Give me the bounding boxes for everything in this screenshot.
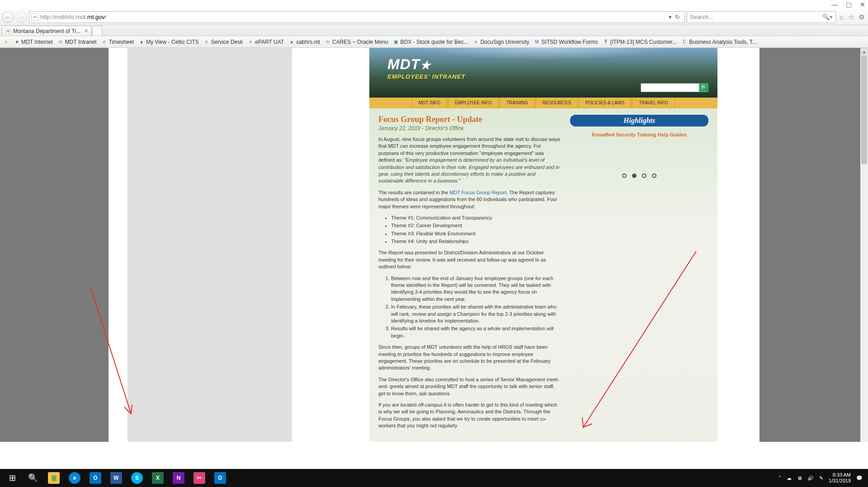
- taskbar: ⊞ 🔍 ▇ e O W S X N ✂ O ˄ ☁ 🖥 🔊 ✎ 8:33 AM1…: [0, 469, 868, 487]
- theme-item: Theme #1: Communication and Transparency: [391, 215, 561, 221]
- carousel-dot[interactable]: [642, 173, 646, 178]
- browser-tab[interactable]: m Montana Department of Tr... ✕: [2, 26, 91, 36]
- back-button[interactable]: ←: [2, 11, 14, 23]
- taskbar-skype[interactable]: S: [127, 469, 147, 487]
- carousel-dot[interactable]: [632, 173, 637, 178]
- bookmark-item[interactable]: ★MDT Internet: [14, 39, 53, 45]
- bookmark-item[interactable]: ∎My View - Celtic CITS: [138, 39, 198, 45]
- carousel-dots: [570, 173, 708, 178]
- taskbar-clock[interactable]: 8:33 AM1/31/2019: [829, 472, 851, 484]
- site-favicon: m: [31, 14, 38, 21]
- tray-onedrive-icon[interactable]: ☁: [787, 475, 792, 481]
- nav-item[interactable]: POLICIES & LAWS: [579, 98, 631, 108]
- taskbar-search[interactable]: 🔍: [23, 469, 43, 487]
- step-item: Between now and the end of January four …: [391, 275, 561, 303]
- page-grey-panel: [127, 48, 292, 487]
- favorites-icon[interactable]: ☆: [848, 13, 854, 21]
- add-favorite-icon[interactable]: ★: [3, 39, 9, 45]
- bookmark-item[interactable]: ▣BDX - Stock quote for Bec...: [393, 39, 468, 45]
- taskbar-word[interactable]: W: [106, 469, 127, 487]
- new-tab-button[interactable]: [92, 26, 102, 36]
- nav-item[interactable]: EMPLOYEE INFO: [448, 98, 499, 108]
- start-button[interactable]: ⊞: [2, 469, 23, 487]
- carousel-dot[interactable]: [652, 173, 656, 178]
- tab-close-icon[interactable]: ✕: [84, 28, 88, 34]
- bookmark-item[interactable]: MSITSD Workflow Forms: [534, 39, 598, 45]
- tab-title: Montana Department of Tr...: [13, 28, 80, 34]
- scroll-thumb[interactable]: [861, 56, 867, 164]
- tray-network-icon[interactable]: 🖥: [797, 475, 802, 481]
- forward-button[interactable]: →: [15, 11, 27, 23]
- article-p2: The results are contained in the MDT Foc…: [378, 189, 561, 210]
- site-nav: MDT INFOEMPLOYEE INFOTRAININGRESOURCESPO…: [369, 98, 717, 108]
- nav-item[interactable]: TRAVEL INFO: [632, 98, 675, 108]
- theme-item: Theme #2: Career Development: [391, 222, 561, 229]
- window-maximize[interactable]: ▢: [846, 1, 852, 8]
- search-icon[interactable]: 🔍▾: [822, 14, 833, 20]
- highlights-link[interactable]: KnowBe4 Security Training Help Guides: [570, 132, 708, 137]
- bookmark-item[interactable]: eePART UAT: [247, 39, 284, 45]
- taskbar-outlook2[interactable]: O: [210, 469, 231, 487]
- bookmark-item[interactable]: Ÿ[ITPM-13] MCS Customer...: [603, 39, 677, 45]
- theme-item: Theme #4: Unity and Relationships: [391, 238, 561, 245]
- article-p4: Since then, groups of MDT volunteers wit…: [378, 344, 561, 372]
- search-placeholder: Search...: [690, 14, 713, 20]
- article-subtitle: January 22, 2019 - Director's Office: [378, 125, 561, 131]
- focus-group-report-link[interactable]: MDT Focus Group Report: [449, 190, 506, 195]
- home-icon[interactable]: ⌂: [840, 13, 844, 21]
- bookmark-item[interactable]: mMDT Intranet: [57, 39, 97, 45]
- taskbar-file-explorer[interactable]: ▇: [43, 469, 64, 487]
- bookmark-item[interactable]: eDocuSign University: [473, 39, 529, 45]
- taskbar-ie[interactable]: e: [64, 469, 85, 487]
- highlights-header: Highlights: [570, 115, 708, 126]
- taskbar-outlook[interactable]: O: [85, 469, 106, 487]
- carousel-dot[interactable]: [622, 173, 627, 178]
- bookmark-item[interactable]: eService Desk: [203, 39, 243, 45]
- url-sub: mdtinfo.mdt.: [55, 14, 88, 20]
- url-protocol: http://: [40, 14, 55, 20]
- site-header: MDT★ EMPLOYEES' INTRANET 🔍: [369, 48, 717, 98]
- article-p1: In August, nine focus groups volunteers …: [378, 136, 561, 185]
- taskbar-onenote[interactable]: N: [168, 469, 189, 487]
- taskbar-snip[interactable]: ✂: [189, 469, 210, 487]
- nav-item[interactable]: RESOURCES: [536, 98, 578, 108]
- tray-volume-icon[interactable]: 🔊: [807, 475, 814, 481]
- step-item: In February, these priorities will be sh…: [391, 304, 561, 324]
- article-title: Focus Group Report - Update: [378, 115, 561, 124]
- window-close[interactable]: ✕: [860, 1, 865, 8]
- window-minimize[interactable]: —: [831, 1, 838, 8]
- tray-notifications-icon[interactable]: 💬: [856, 475, 863, 481]
- white-strip: [0, 442, 868, 469]
- vertical-scrollbar[interactable]: ▲ ▼: [860, 48, 868, 487]
- address-bar[interactable]: m http://mdtinfo.mdt.mt.gov/ ▾ ↻: [29, 11, 685, 23]
- nav-item[interactable]: MDT INFO: [412, 98, 447, 108]
- taskbar-excel[interactable]: X: [147, 469, 168, 487]
- bookmark-item[interactable]: mCARES ~ Oracle Menu: [325, 39, 388, 45]
- article-p6: If you are located off-campus it is ofte…: [378, 402, 561, 430]
- article-p3: The Report was presented to District/Div…: [378, 249, 561, 270]
- theme-item: Theme #3: Flexible Work Environment: [391, 230, 561, 237]
- step-item: Results will be shared with the agency a…: [391, 325, 561, 339]
- site-search-input[interactable]: [641, 83, 699, 92]
- tools-icon[interactable]: ⚙: [859, 13, 864, 21]
- tray-input-icon[interactable]: ✎: [819, 475, 823, 481]
- site-tagline: EMPLOYEES' INTRANET: [387, 73, 465, 80]
- browser-search-input[interactable]: Search... 🔍▾: [687, 11, 836, 23]
- tray-chevron-icon[interactable]: ˄: [778, 475, 781, 481]
- site-logo: MDT★: [387, 56, 431, 73]
- bookmark-item[interactable]: ∎sabhrs.mt: [288, 39, 320, 45]
- nav-item[interactable]: TRAINING: [500, 98, 535, 108]
- bookmark-item[interactable]: eTimesheet: [101, 39, 134, 45]
- url-domain: mt.gov: [87, 14, 105, 20]
- scroll-up-icon[interactable]: ▲: [860, 48, 868, 56]
- bookmark-item[interactable]: CBusiness Analysis Tools, T...: [681, 39, 757, 45]
- tab-favicon: m: [5, 28, 11, 34]
- url-path: /: [105, 14, 107, 20]
- site-search-button[interactable]: 🔍: [699, 83, 708, 92]
- article-p5: The Director's Office also committed to …: [378, 376, 561, 397]
